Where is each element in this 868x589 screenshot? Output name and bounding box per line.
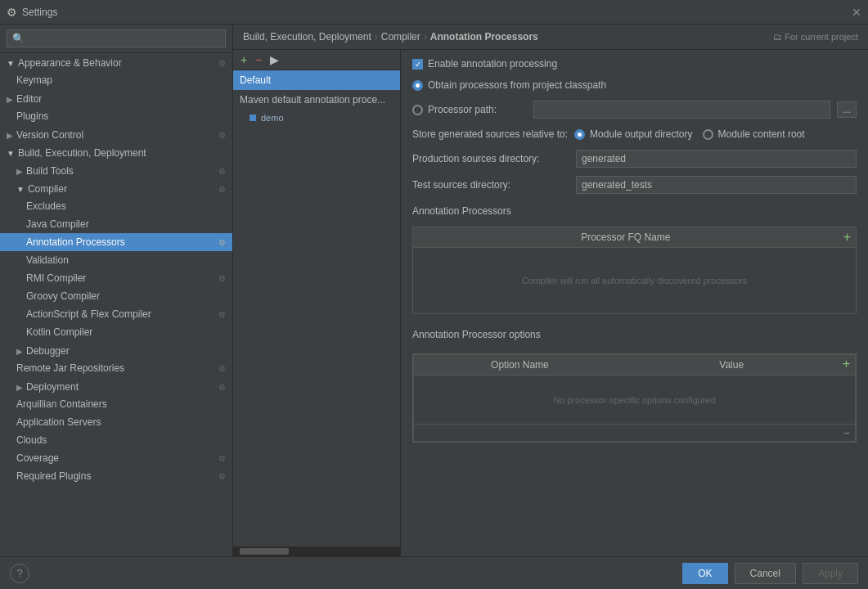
sidebar-item-app-servers[interactable]: Application Servers xyxy=(0,413,232,431)
sidebar-item-groovy-compiler[interactable]: Groovy Compiler xyxy=(0,287,232,305)
settings-icon: ⚙ xyxy=(218,454,226,463)
run-profile-button[interactable]: ▶ xyxy=(268,53,281,66)
processor-path-browse[interactable]: ... xyxy=(837,101,857,118)
module-output-radio[interactable] xyxy=(574,129,585,140)
add-processor-button[interactable]: + xyxy=(839,228,856,246)
breadcrumb-part3: Annotation Processors xyxy=(430,31,538,43)
breadcrumb-project: 🗂 For current project xyxy=(773,32,858,42)
sidebar-item-required-plugins[interactable]: Required Plugins ⚙ xyxy=(0,467,232,485)
processor-path-radio[interactable] xyxy=(412,105,423,115)
sidebar: ▼ Appearance & Behavior ⚙ Keymap ▶ Edito… xyxy=(0,25,233,556)
enable-annotation-checkbox[interactable]: ✓ xyxy=(412,59,423,70)
module-output-label[interactable]: Module output directory xyxy=(574,128,692,140)
sidebar-item-label: Debugger xyxy=(26,345,70,357)
sidebar-item-label: Coverage xyxy=(16,452,59,464)
module-content-label[interactable]: Module content root xyxy=(703,128,805,140)
sidebar-item-label: RMI Compiler xyxy=(26,272,86,284)
remove-profile-button[interactable]: − xyxy=(253,53,264,66)
app-icon: ⚙ xyxy=(7,6,17,19)
settings-icon: ⚙ xyxy=(218,238,226,247)
sidebar-item-kotlin-compiler[interactable]: Kotlin Compiler xyxy=(0,323,232,341)
sidebar-item-keymap[interactable]: Keymap xyxy=(0,71,232,89)
processor-path-input[interactable] xyxy=(533,101,830,119)
sidebar-item-annotation-processors[interactable]: Annotation Processors ⚙ xyxy=(0,233,232,251)
sidebar-item-version-control[interactable]: ▶ Version Control ⚙ xyxy=(0,125,232,143)
obtain-processors-text: Obtain processors from project classpath xyxy=(428,79,606,91)
bottom-bar: ? OK Cancel Apply xyxy=(0,556,868,589)
sidebar-item-label: Build Tools xyxy=(26,165,74,177)
expand-icon: ▶ xyxy=(7,131,13,140)
add-profile-button[interactable]: + xyxy=(238,53,250,66)
add-option-button[interactable]: + xyxy=(838,355,855,375)
sidebar-item-remote-jar[interactable]: Remote Jar Repositories ⚙ xyxy=(0,359,232,377)
profile-entry-demo[interactable]: demo xyxy=(233,110,400,126)
sidebar-item-label: Kotlin Compiler xyxy=(26,326,92,338)
option-name-header: Option Name xyxy=(414,355,626,375)
module-content-radio[interactable] xyxy=(703,129,713,140)
sidebar-item-clouds[interactable]: Clouds xyxy=(0,431,232,449)
help-button[interactable]: ? xyxy=(10,564,29,583)
settings-icon: ⚙ xyxy=(218,131,226,140)
production-sources-label: Production sources directory: xyxy=(412,153,568,164)
expand-icon: ▼ xyxy=(7,59,15,68)
sidebar-item-label: Compiler xyxy=(28,183,67,195)
profile-item-label: Default xyxy=(240,74,271,86)
sidebar-item-label: Java Compiler xyxy=(26,218,89,230)
sidebar-item-arquillian[interactable]: Arquillian Containers xyxy=(0,395,232,413)
sidebar-item-excludes[interactable]: Excludes xyxy=(0,197,232,215)
profile-entry-label: demo xyxy=(261,113,284,123)
remove-option-button[interactable]: − xyxy=(843,426,850,439)
profile-list: Default Maven default annotation proce..… xyxy=(233,70,400,546)
cancel-button[interactable]: Cancel xyxy=(735,563,796,584)
sidebar-item-label: Keymap xyxy=(16,74,52,86)
sidebar-item-debugger[interactable]: ▶ Debugger xyxy=(0,341,232,359)
sidebar-item-plugins[interactable]: Plugins xyxy=(0,107,232,125)
obtain-processors-label[interactable]: Obtain processors from project classpath xyxy=(412,79,606,91)
breadcrumb: Build, Execution, Deployment › Compiler … xyxy=(233,25,868,50)
main-area: ▼ Appearance & Behavior ⚙ Keymap ▶ Edito… xyxy=(0,25,868,556)
search-input[interactable] xyxy=(7,29,226,47)
sidebar-item-label: Groovy Compiler xyxy=(26,290,100,302)
table-header: Processor FQ Name + xyxy=(413,227,856,248)
options-table-empty: No processor-specific options configured xyxy=(553,395,716,405)
sidebar-item-label: ActionScript & Flex Compiler xyxy=(26,308,151,320)
search-box[interactable] xyxy=(0,25,232,53)
apply-button[interactable]: Apply xyxy=(803,563,858,584)
obtain-processors-row: Obtain processors from project classpath xyxy=(412,79,857,91)
profile-pane: + − ▶ Default Maven default annotation p… xyxy=(233,50,401,556)
settings-icon: ⚙ xyxy=(218,383,226,392)
sidebar-item-java-compiler[interactable]: Java Compiler xyxy=(0,215,232,233)
sidebar-item-actionscript[interactable]: ActionScript & Flex Compiler ⚙ xyxy=(0,305,232,323)
sidebar-item-label: Build, Execution, Deployment xyxy=(18,147,146,159)
module-content-text: Module content root xyxy=(718,128,805,140)
sidebar-item-label: Version Control xyxy=(16,129,83,141)
ok-button[interactable]: OK xyxy=(682,563,727,584)
sidebar-item-deployment[interactable]: ▶ Deployment ⚙ xyxy=(0,377,232,395)
sidebar-item-appearance[interactable]: ▼ Appearance & Behavior ⚙ xyxy=(0,53,232,71)
project-label: For current project xyxy=(785,32,858,42)
annotation-processors-table: Processor FQ Name + Compiler will run al… xyxy=(412,227,857,314)
processor-path-label[interactable]: Processor path: xyxy=(412,104,527,115)
enable-annotation-label[interactable]: ✓ Enable annotation processing xyxy=(412,58,557,70)
sidebar-item-coverage[interactable]: Coverage ⚙ xyxy=(0,449,232,467)
sidebar-item-build-execution[interactable]: ▼ Build, Execution, Deployment xyxy=(0,143,232,161)
sidebar-item-label: Annotation Processors xyxy=(26,236,125,248)
profile-item-label: Maven default annotation proce... xyxy=(240,94,385,106)
production-sources-input[interactable] xyxy=(576,150,857,168)
sidebar-item-label: Application Servers xyxy=(16,416,101,428)
sidebar-item-build-tools[interactable]: ▶ Build Tools ⚙ xyxy=(0,161,232,179)
test-sources-input[interactable] xyxy=(576,176,857,194)
obtain-processors-radio[interactable] xyxy=(412,80,423,91)
sidebar-item-editor[interactable]: ▶ Editor xyxy=(0,89,232,107)
settings-icon: ⚙ xyxy=(218,59,226,68)
sidebar-item-validation[interactable]: Validation xyxy=(0,251,232,269)
store-sources-radio-group: Module output directory Module content r… xyxy=(574,128,804,140)
profile-item-maven[interactable]: Maven default annotation proce... xyxy=(233,90,400,110)
profile-item-default[interactable]: Default xyxy=(233,70,400,90)
profile-toolbar: + − ▶ xyxy=(233,50,400,70)
sidebar-item-rmi-compiler[interactable]: RMI Compiler ⚙ xyxy=(0,269,232,287)
close-button[interactable]: ✕ xyxy=(852,6,861,19)
profile-scrollbar-track[interactable] xyxy=(233,546,400,556)
options-header: Option Name Value + xyxy=(413,354,856,375)
sidebar-item-compiler[interactable]: ▼ Compiler ⚙ xyxy=(0,179,232,197)
